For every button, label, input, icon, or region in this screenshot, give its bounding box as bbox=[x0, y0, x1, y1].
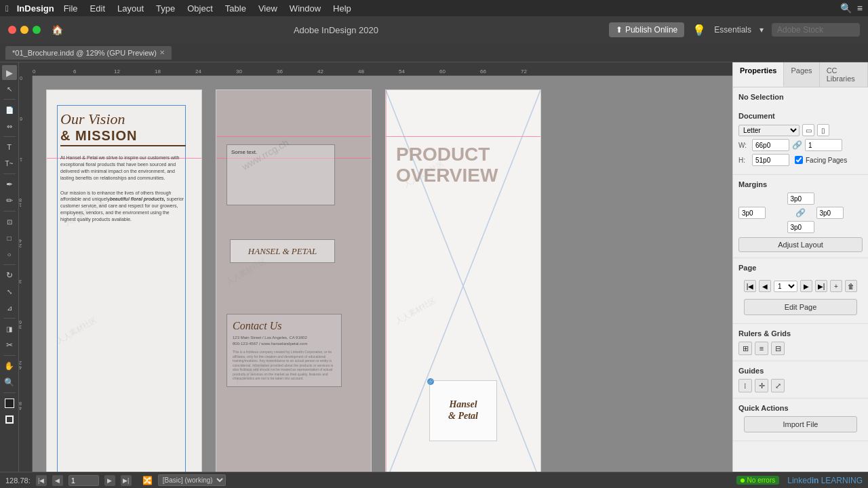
essentials-chevron-icon[interactable]: ▾ bbox=[760, 25, 764, 35]
page-right[interactable]: PRODUCT OVERVIEW 🔗 Hansel & Petal 人人素材社区 bbox=[385, 89, 541, 472]
fullscreen-button[interactable] bbox=[33, 26, 41, 34]
close-button[interactable] bbox=[8, 26, 16, 34]
scissors-tool[interactable]: ✂ bbox=[2, 338, 17, 352]
vision-mission-section[interactable]: Our Vision & MISSION At Hansel & Petal w… bbox=[60, 110, 186, 223]
hansel-logo-center[interactable]: HANSEL & PETAL bbox=[230, 239, 335, 263]
zoom-tool[interactable]: 🔍 bbox=[2, 375, 17, 390]
height-input[interactable] bbox=[805, 139, 842, 151]
direct-select-tool[interactable]: ↖ bbox=[2, 81, 17, 96]
publish-online-button[interactable]: ⬆ Publish Online bbox=[609, 22, 684, 37]
minimize-button[interactable] bbox=[20, 26, 28, 34]
rulers-toggle-button[interactable]: ⊞ bbox=[738, 342, 752, 355]
titlebar-right: ⬆ Publish Online 💡 Essentials ▾ bbox=[609, 22, 860, 37]
pencil-tool[interactable]: ✏ bbox=[2, 193, 17, 208]
margin-bottom-input[interactable] bbox=[787, 221, 814, 233]
menu-more-icon[interactable]: ≡ bbox=[857, 3, 863, 14]
ellipse-tool[interactable]: ○ bbox=[2, 247, 17, 262]
landscape-icon[interactable]: ▯ bbox=[817, 124, 829, 136]
menu-help[interactable]: Help bbox=[328, 2, 357, 15]
guides-options-button[interactable]: ⤢ bbox=[771, 379, 785, 392]
tab-close-icon[interactable]: ✕ bbox=[159, 49, 165, 56]
selection-tool[interactable]: ▶ bbox=[2, 65, 17, 80]
shear-tool[interactable]: ⊿ bbox=[2, 300, 17, 315]
facing-pages-checkbox[interactable] bbox=[795, 156, 803, 164]
margin-link-icon[interactable]: 🔗 bbox=[787, 208, 814, 218]
column-guides-button[interactable]: ⫶ bbox=[738, 379, 752, 392]
contact-box[interactable]: Contact Us 123 Main Street / Los Angeles… bbox=[226, 314, 342, 387]
contact-address: 123 Main Street / Los Angeles, CA 91602 … bbox=[233, 335, 336, 347]
search-icon[interactable]: 🔍 bbox=[840, 3, 852, 14]
baseline-grid-button[interactable]: ≡ bbox=[755, 342, 768, 355]
status-next-page-button[interactable]: ▶ bbox=[104, 475, 115, 486]
document-grid-button[interactable]: ⊟ bbox=[771, 342, 785, 355]
smart-guides-button[interactable]: ✛ bbox=[755, 379, 768, 392]
delete-page-button[interactable]: 🗑 bbox=[845, 280, 857, 292]
status-prev-spread-button[interactable]: |◀ bbox=[36, 475, 47, 486]
pen-tool[interactable]: ✒ bbox=[2, 177, 17, 192]
adjust-layout-button[interactable]: Adjust Layout bbox=[738, 237, 863, 252]
style-select[interactable]: [Basic] (working) bbox=[158, 474, 226, 486]
menu-table[interactable]: Table bbox=[220, 2, 252, 15]
no-errors-label: No errors bbox=[747, 476, 776, 484]
page-middle[interactable]: Some text. HANSEL & PETAL Contact Us 123… bbox=[216, 89, 372, 472]
status-next-spread-button[interactable]: ▶| bbox=[121, 475, 132, 486]
type-path-tool[interactable]: T~ bbox=[2, 156, 17, 171]
adobe-stock-search[interactable] bbox=[772, 23, 860, 37]
apple-menu[interactable]:  bbox=[5, 3, 9, 14]
menu-edit[interactable]: Edit bbox=[85, 2, 111, 15]
h-value-input[interactable] bbox=[752, 154, 789, 166]
page-first-button[interactable]: |◀ bbox=[744, 280, 756, 292]
page-left[interactable]: Our Vision & MISSION At Hansel & Petal w… bbox=[46, 89, 202, 472]
menu-object[interactable]: Object bbox=[182, 2, 218, 15]
canvas-area[interactable]: 0 6 12 18 24 30 36 42 48 54 60 66 72 0 6… bbox=[19, 62, 732, 472]
menu-file[interactable]: File bbox=[58, 2, 83, 15]
hansel-logo-right[interactable]: 🔗 Hansel & Petal bbox=[429, 380, 497, 441]
hand-tool[interactable]: ✋ bbox=[2, 359, 17, 373]
fill-color[interactable] bbox=[2, 396, 17, 411]
link-wh-icon[interactable]: 🔗 bbox=[792, 140, 802, 150]
document-tab[interactable]: *01_Brochure.indd @ 129% (GPU Preview) ✕ bbox=[5, 46, 172, 60]
pages-spread: Our Vision & MISSION At Hansel & Petal w… bbox=[33, 76, 732, 472]
page-prev-button[interactable]: ◀ bbox=[759, 280, 771, 292]
gradient-tool[interactable]: ◨ bbox=[2, 321, 17, 336]
type-tool[interactable]: T bbox=[2, 140, 17, 155]
home-icon[interactable]: 🏠 bbox=[52, 24, 63, 35]
margin-left-input[interactable] bbox=[738, 207, 766, 219]
document-preset-select[interactable]: Letter bbox=[738, 125, 800, 136]
mission-body2: Our mission is to enhance the lives of o… bbox=[60, 190, 186, 223]
link-indicator-icon: 🔗 bbox=[427, 378, 434, 385]
scale-tool[interactable]: ⤡ bbox=[2, 284, 17, 299]
menu-type[interactable]: Type bbox=[151, 2, 180, 15]
edit-page-button[interactable]: Edit Page bbox=[744, 299, 857, 315]
rulers-grids-section: Rulers & Grids ⊞ ≡ ⊟ bbox=[733, 324, 868, 361]
page-last-button[interactable]: ▶| bbox=[815, 280, 827, 292]
essentials-label[interactable]: Essentials bbox=[714, 25, 751, 35]
page-next-button[interactable]: ▶ bbox=[800, 280, 812, 292]
tab-properties[interactable]: Properties bbox=[733, 62, 784, 87]
tab-pages[interactable]: Pages bbox=[784, 62, 819, 87]
status-prev-page-button[interactable]: ◀ bbox=[52, 475, 63, 486]
portrait-icon[interactable]: ▭ bbox=[802, 124, 814, 136]
add-page-button[interactable]: + bbox=[830, 280, 842, 292]
margins-grid: 🔗 bbox=[738, 192, 863, 233]
rotate-tool[interactable]: ↻ bbox=[2, 268, 17, 283]
width-input[interactable] bbox=[752, 139, 789, 151]
import-file-button[interactable]: Import File bbox=[744, 416, 857, 432]
rectangle-frame-tool[interactable]: ⊡ bbox=[2, 214, 17, 229]
page-select[interactable]: 1 bbox=[774, 281, 797, 292]
stroke-color[interactable] bbox=[2, 412, 17, 427]
lightbulb-icon[interactable]: 💡 bbox=[692, 24, 706, 37]
gap-tool[interactable]: ⇔ bbox=[2, 119, 17, 134]
menu-window[interactable]: Window bbox=[284, 2, 326, 15]
margin-right-input[interactable] bbox=[816, 207, 844, 219]
some-text-frame[interactable]: Some text. bbox=[226, 144, 335, 205]
margin-top-input[interactable] bbox=[787, 192, 814, 205]
menu-view[interactable]: View bbox=[253, 2, 283, 15]
status-page-input[interactable] bbox=[68, 475, 99, 486]
rectangle-tool[interactable]: □ bbox=[2, 230, 17, 245]
page-tool[interactable]: 📄 bbox=[2, 102, 17, 117]
menu-layout[interactable]: Layout bbox=[112, 2, 149, 15]
product-overview-title[interactable]: PRODUCT OVERVIEW bbox=[396, 144, 498, 186]
view-mode-icon[interactable]: 🔀 bbox=[142, 476, 153, 485]
tab-cc-libraries[interactable]: CC Libraries bbox=[820, 62, 868, 87]
